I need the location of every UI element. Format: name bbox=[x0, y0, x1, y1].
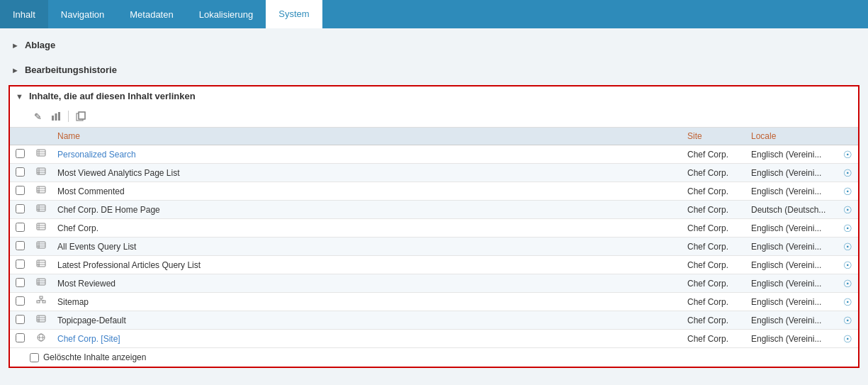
row-site-cell: Chef Corp. bbox=[682, 182, 745, 201]
nav-item-metadaten[interactable]: Metadaten bbox=[117, 0, 186, 28]
content-table: Name Site Locale Personalized SearchChef… bbox=[10, 128, 858, 348]
row-globe-cell[interactable]: ☉ bbox=[838, 164, 858, 182]
inhalte-panel-header[interactable]: ▼ Inhalte, die auf diesen Inhalt verlink… bbox=[10, 87, 858, 106]
row-globe-cell[interactable]: ☉ bbox=[838, 182, 858, 201]
row-name-link[interactable]: Personalized Search bbox=[57, 150, 136, 160]
show-deleted-checkbox[interactable] bbox=[30, 353, 39, 362]
row-site-cell: Chef Corp. bbox=[682, 274, 745, 293]
row-type-icon-query: Q bbox=[36, 314, 46, 326]
nav-item-system[interactable]: System bbox=[266, 0, 322, 28]
col-header-site: Site bbox=[682, 128, 745, 145]
top-navigation: Inhalt Navigation Metadaten Lokalisierun… bbox=[0, 0, 868, 28]
svg-text:Q: Q bbox=[38, 281, 40, 285]
row-checkbox[interactable] bbox=[16, 278, 25, 287]
col-header-checkbox bbox=[10, 128, 30, 145]
globe-icon[interactable]: ☉ bbox=[843, 315, 852, 326]
globe-icon[interactable]: ☉ bbox=[843, 296, 852, 308]
svg-text:Q: Q bbox=[38, 171, 40, 174]
globe-icon[interactable]: ☉ bbox=[843, 278, 852, 289]
row-globe-cell[interactable]: ☉ bbox=[838, 274, 858, 293]
row-name-cell: Most Commented bbox=[52, 182, 682, 201]
row-icon-cell bbox=[30, 293, 52, 311]
nav-item-inhalt[interactable]: Inhalt bbox=[0, 0, 48, 28]
row-name-link[interactable]: Chef Corp. [Site] bbox=[57, 334, 120, 344]
row-site-cell: Chef Corp. bbox=[682, 238, 745, 256]
section-bearbeitungshistorie-title: Bearbeitungshistorie bbox=[25, 65, 117, 75]
row-globe-cell[interactable]: ☉ bbox=[838, 311, 858, 330]
svg-rect-1 bbox=[55, 113, 57, 121]
row-globe-cell[interactable]: ☉ bbox=[838, 238, 858, 256]
nav-item-lokalisierung[interactable]: Lokalisierung bbox=[186, 0, 266, 28]
copy-icon[interactable] bbox=[73, 108, 89, 124]
row-site-cell: Chef Corp. bbox=[682, 219, 745, 238]
table-row: QTopicpage-DefaultChef Corp.Englisch (Ve… bbox=[10, 311, 858, 330]
row-checkbox[interactable] bbox=[16, 296, 25, 306]
svg-line-49 bbox=[41, 300, 44, 301]
svg-text:Q: Q bbox=[38, 208, 40, 211]
row-icon-cell bbox=[30, 219, 52, 238]
row-checkbox[interactable] bbox=[16, 241, 25, 250]
edit-icon[interactable]: ✎ bbox=[30, 108, 45, 124]
section-ablage: ► Ablage bbox=[9, 34, 859, 56]
row-locale-cell: Englisch (Vereini... bbox=[745, 256, 838, 274]
globe-icon[interactable]: ☉ bbox=[843, 223, 852, 234]
globe-icon[interactable]: ☉ bbox=[843, 241, 852, 252]
row-globe-cell[interactable]: ☉ bbox=[838, 145, 858, 164]
row-name-cell: All Events Query List bbox=[52, 238, 682, 256]
globe-icon[interactable]: ☉ bbox=[843, 186, 852, 197]
row-name-cell: Chef Corp. DE Home Page bbox=[52, 201, 682, 219]
panel-footer: Gelöschte Inhalte anzeigen bbox=[10, 348, 858, 367]
nav-item-navigation[interactable]: Navigation bbox=[48, 0, 117, 28]
row-icon-cell: Q bbox=[30, 164, 52, 182]
svg-rect-6 bbox=[37, 150, 45, 156]
row-checkbox[interactable] bbox=[16, 333, 25, 342]
row-checkbox[interactable] bbox=[16, 149, 25, 158]
chevron-down-icon: ▼ bbox=[16, 92, 23, 101]
svg-text:Q: Q bbox=[38, 189, 40, 193]
svg-rect-44 bbox=[40, 296, 43, 298]
row-site-cell: Chef Corp. bbox=[682, 293, 745, 311]
row-globe-cell[interactable]: ☉ bbox=[838, 256, 858, 274]
row-checkbox[interactable] bbox=[16, 186, 25, 195]
table-row: QMost Viewed Analytics Page ListChef Cor… bbox=[10, 164, 858, 182]
row-locale-cell: Englisch (Vereini... bbox=[745, 330, 838, 348]
row-name-cell: Topicpage-Default bbox=[52, 311, 682, 330]
row-site-cell: Chef Corp. bbox=[682, 164, 745, 182]
table-row: Personalized SearchChef Corp.Englisch (V… bbox=[10, 145, 858, 164]
show-deleted-label[interactable]: Gelöschte Inhalte anzeigen bbox=[43, 352, 146, 362]
svg-rect-4 bbox=[79, 112, 85, 119]
row-globe-cell[interactable]: ☉ bbox=[838, 201, 858, 219]
row-globe-cell[interactable]: ☉ bbox=[838, 293, 858, 311]
row-icon-cell: Q bbox=[30, 238, 52, 256]
row-type-icon-search bbox=[36, 148, 46, 160]
row-globe-cell[interactable]: ☉ bbox=[838, 330, 858, 348]
row-checkbox[interactable] bbox=[16, 204, 25, 213]
row-name-cell: Sitemap bbox=[52, 293, 682, 311]
globe-icon[interactable]: ☉ bbox=[843, 260, 852, 271]
row-checkbox[interactable] bbox=[16, 315, 25, 324]
table-row: Chef Corp. [Site]Chef Corp.Englisch (Ver… bbox=[10, 330, 858, 348]
section-ablage-header[interactable]: ► Ablage bbox=[9, 34, 859, 56]
row-globe-cell[interactable]: ☉ bbox=[838, 219, 858, 238]
svg-rect-0 bbox=[52, 116, 54, 121]
globe-icon[interactable]: ☉ bbox=[843, 149, 852, 160]
globe-icon[interactable]: ☉ bbox=[843, 167, 852, 179]
row-locale-cell: Englisch (Vereini... bbox=[745, 238, 838, 256]
col-header-icon bbox=[30, 128, 52, 145]
row-locale-cell: Deutsch (Deutsch... bbox=[745, 201, 838, 219]
globe-icon[interactable]: ☉ bbox=[843, 333, 852, 345]
row-checkbox[interactable] bbox=[16, 260, 25, 269]
globe-icon[interactable]: ☉ bbox=[843, 204, 852, 216]
row-type-icon-list bbox=[36, 222, 46, 234]
stats-icon[interactable] bbox=[48, 108, 64, 124]
row-site-cell: Chef Corp. bbox=[682, 330, 745, 348]
col-header-globe bbox=[838, 128, 858, 145]
inhalte-panel-title: Inhalte, die auf diesen Inhalt verlinken bbox=[29, 91, 196, 101]
row-locale-cell: Englisch (Vereini... bbox=[745, 145, 838, 164]
row-checkbox[interactable] bbox=[16, 167, 25, 177]
row-name-cell: Latest Professional Articles Query List bbox=[52, 256, 682, 274]
section-bearbeitungshistorie-header[interactable]: ► Bearbeitungshistorie bbox=[9, 59, 859, 81]
row-type-icon-query: Q bbox=[36, 277, 46, 289]
row-type-icon-query: Q bbox=[36, 167, 46, 179]
row-checkbox[interactable] bbox=[16, 223, 25, 232]
